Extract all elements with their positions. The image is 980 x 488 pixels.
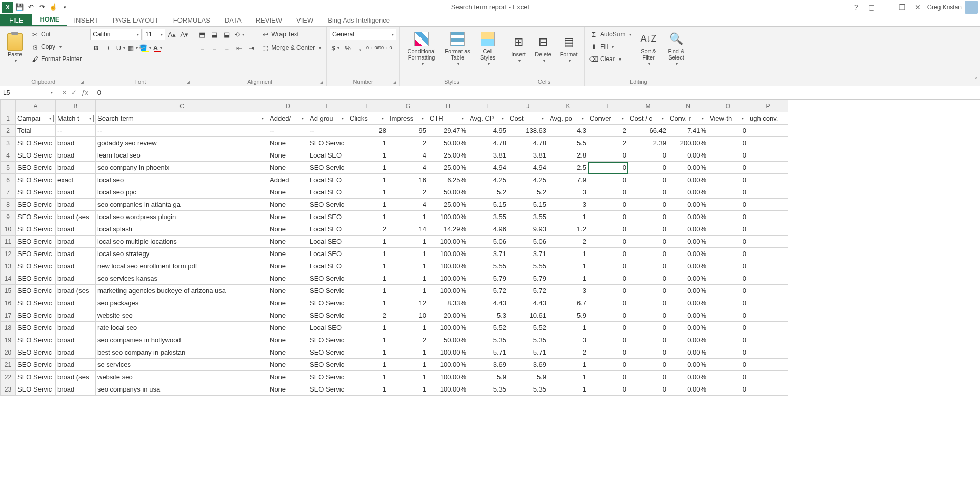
cell[interactable]: 0 [628, 285, 668, 297]
cell[interactable]: 0 [628, 211, 668, 223]
close-icon[interactable]: ✕ [912, 3, 924, 12]
cell[interactable]: 1 [548, 383, 588, 396]
cell[interactable]: 0.00% [668, 334, 708, 346]
cell[interactable]: 4.94 [468, 162, 508, 174]
cell[interactable]: 1 [348, 346, 388, 359]
cell[interactable]: 4 [388, 149, 428, 162]
cell[interactable]: SEO Servic [308, 285, 348, 297]
cell[interactable]: SEO Servic [308, 199, 348, 211]
cell[interactable]: 2.5 [548, 162, 588, 174]
cell[interactable]: 100.00% [428, 359, 468, 371]
cell[interactable]: 1 [388, 211, 428, 223]
cell[interactable]: 5.35 [508, 334, 548, 346]
cell[interactable]: 50.00% [428, 186, 468, 199]
cell[interactable]: 0.00% [668, 272, 708, 285]
cell[interactable]: se services [96, 359, 268, 371]
cell[interactable]: 0 [708, 125, 748, 137]
cell[interactable]: 14 [388, 223, 428, 236]
header-cell[interactable]: Impress▾ [388, 112, 428, 125]
save-icon[interactable]: 💾 [14, 2, 25, 12]
cell[interactable]: 4.78 [468, 137, 508, 149]
cell[interactable] [748, 174, 788, 186]
header-cell[interactable]: ugh conv. [748, 112, 788, 125]
column-header[interactable]: B [56, 100, 96, 112]
cell[interactable]: 1 [388, 285, 428, 297]
row-header[interactable]: 20 [1, 346, 16, 359]
cell[interactable] [748, 248, 788, 260]
cancel-formula-icon[interactable]: ✕ [62, 89, 67, 96]
cell[interactable]: 0 [708, 186, 748, 199]
cell[interactable]: 1 [548, 260, 588, 272]
cell[interactable]: 1 [388, 383, 428, 396]
cell[interactable]: None [268, 371, 308, 383]
cell[interactable]: seo companies in hollywood [96, 334, 268, 346]
qat-customize-icon[interactable]: ▾ [59, 2, 70, 12]
cell[interactable]: 3.81 [468, 149, 508, 162]
font-size-selector[interactable]: 11▾ [143, 29, 165, 40]
decrease-indent-icon[interactable]: ⇤ [233, 42, 245, 53]
cell[interactable]: 0.00% [668, 199, 708, 211]
tab-page-layout[interactable]: PAGE LAYOUT [106, 14, 166, 26]
fill-button[interactable]: ⬇Fill▾ [588, 41, 633, 52]
tab-insert[interactable]: INSERT [67, 14, 105, 26]
cell[interactable]: 0.00% [668, 186, 708, 199]
cell[interactable]: 1 [348, 137, 388, 149]
cell[interactable]: 6.7 [548, 297, 588, 309]
cell[interactable]: 12 [388, 297, 428, 309]
cell[interactable]: 0 [708, 272, 748, 285]
cell[interactable]: 1 [548, 322, 588, 334]
cell[interactable]: broad [56, 223, 96, 236]
cell[interactable]: SEO Servic [16, 149, 56, 162]
cell[interactable]: None [268, 285, 308, 297]
cell[interactable]: None [268, 260, 308, 272]
cell[interactable]: SEO Servic [308, 346, 348, 359]
column-header[interactable]: L [588, 100, 628, 112]
cell[interactable]: 20.00% [428, 309, 468, 322]
bold-button[interactable]: B [90, 42, 102, 53]
cell[interactable]: 5.55 [468, 260, 508, 272]
wrap-text-button[interactable]: ↩Wrap Text [259, 29, 323, 40]
cell[interactable]: None [268, 248, 308, 260]
cell[interactable]: 138.63 [508, 125, 548, 137]
cell[interactable]: 1 [348, 260, 388, 272]
cell[interactable]: 1 [388, 272, 428, 285]
cell[interactable]: SEO Servic [16, 346, 56, 359]
cell[interactable]: SEO Servic [16, 162, 56, 174]
filter-dropdown-icon[interactable]: ▾ [699, 115, 706, 122]
cell[interactable]: 0 [628, 322, 668, 334]
cell[interactable]: 0 [588, 236, 628, 248]
cell[interactable]: Local SEO [308, 174, 348, 186]
cell[interactable]: SEO Servic [308, 297, 348, 309]
cell[interactable]: 5.79 [468, 272, 508, 285]
cell[interactable]: SEO Servic [16, 137, 56, 149]
cell[interactable]: 100.00% [428, 346, 468, 359]
cell[interactable]: SEO Servic [16, 174, 56, 186]
cell[interactable]: 5.35 [468, 383, 508, 396]
column-header[interactable]: N [668, 100, 708, 112]
cell[interactable]: 0.00% [668, 297, 708, 309]
cell[interactable]: None [268, 346, 308, 359]
cell[interactable]: SEO Servic [16, 186, 56, 199]
number-format-selector[interactable]: General▾ [330, 29, 396, 40]
cell[interactable] [748, 285, 788, 297]
formula-input[interactable]: 0 [93, 89, 980, 96]
cell[interactable]: None [268, 162, 308, 174]
cell[interactable]: 4.96 [468, 223, 508, 236]
copy-button[interactable]: ⎘Copy▾ [29, 41, 84, 52]
cell[interactable]: 0 [588, 223, 628, 236]
filter-dropdown-icon[interactable]: ▾ [419, 115, 426, 122]
cell[interactable]: broad [56, 297, 96, 309]
cell[interactable]: godaddy seo review [96, 137, 268, 149]
cell[interactable]: SEO Servic [16, 371, 56, 383]
row-header[interactable]: 11 [1, 236, 16, 248]
cell[interactable]: 1 [348, 371, 388, 383]
cell[interactable]: broad [56, 322, 96, 334]
cell[interactable]: 0 [588, 334, 628, 346]
cell[interactable]: 1 [348, 359, 388, 371]
cell[interactable]: 0 [708, 260, 748, 272]
filter-dropdown-icon[interactable]: ▾ [659, 115, 666, 122]
header-cell[interactable]: Conv. r▾ [668, 112, 708, 125]
cell[interactable]: Local SEO [308, 211, 348, 223]
insert-cells-button[interactable]: ⊞Insert▾ [507, 29, 530, 68]
cell[interactable]: -- [268, 125, 308, 137]
